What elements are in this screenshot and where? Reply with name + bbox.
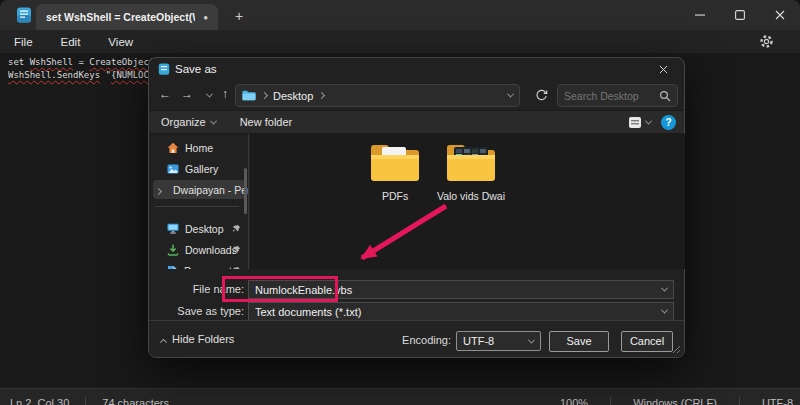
- help-button[interactable]: ?: [661, 115, 676, 130]
- forward-button[interactable]: →: [177, 83, 197, 106]
- maximize-button[interactable]: [720, 0, 760, 30]
- file-name-row: File name:: [149, 280, 684, 300]
- close-button[interactable]: [760, 0, 800, 30]
- statusbar: Ln 2, Col 30 74 characters 100% Windows …: [0, 388, 800, 405]
- expand-chevron-icon[interactable]: [156, 184, 161, 196]
- statusbar-right: 100% Windows (CRLF) UTF-8: [560, 397, 793, 405]
- code-token: =: [73, 57, 89, 67]
- code-token-misspelled: WshShell.SendKeys: [8, 70, 100, 80]
- minimize-button[interactable]: [680, 0, 720, 30]
- line-ending[interactable]: Windows (CRLF): [633, 397, 717, 405]
- gallery-icon: [167, 163, 179, 175]
- address-dropdown-icon[interactable]: [507, 91, 514, 98]
- encoding-status[interactable]: UTF-8: [762, 397, 793, 405]
- search-icon: [659, 90, 671, 102]
- notepad-app-icon: [16, 7, 32, 23]
- encoding-value: UTF-8: [463, 335, 529, 347]
- resize-grip[interactable]: [672, 345, 681, 354]
- statusbar-divider: [610, 397, 611, 405]
- cancel-button[interactable]: Cancel: [621, 331, 673, 352]
- breadcrumb-separator-icon: [318, 92, 325, 99]
- folder-tile-pdfs[interactable]: PDFs: [360, 139, 430, 202]
- encoding-label: Encoding:: [401, 334, 451, 346]
- cursor-position: Ln 2, Col 30: [10, 397, 69, 405]
- chevron-down-icon: [205, 91, 212, 98]
- maximize-icon: [735, 10, 745, 20]
- menu-file[interactable]: File: [0, 36, 47, 48]
- dialog-nav-row: ← → ↑ Desktop: [149, 83, 684, 108]
- view-mode-button[interactable]: [628, 116, 651, 129]
- notepad-titlebar: set WshShell = CreateObject(WScri ● +: [0, 0, 800, 30]
- tab-title: set WshShell = CreateObject(WScri: [46, 11, 195, 23]
- home-icon: [167, 142, 179, 154]
- menu-edit[interactable]: Edit: [47, 36, 95, 48]
- statusbar-left: Ln 2, Col 30 74 characters: [10, 397, 169, 405]
- dialog-body: Home Gallery Dwaipayan - Per Desktop: [149, 134, 684, 269]
- address-bar[interactable]: Desktop: [235, 84, 520, 107]
- save-type-select[interactable]: Text documents (*.txt): [248, 302, 674, 321]
- code-token-misspelled: CreateObject: [89, 57, 154, 67]
- sidebar-item-home[interactable]: Home: [153, 138, 245, 157]
- folder-tile-valo-vids[interactable]: Valo vids Dwai: [436, 139, 506, 202]
- save-type-value: Text documents (*.txt): [255, 306, 662, 318]
- zoom-level[interactable]: 100%: [560, 397, 588, 405]
- up-button[interactable]: ↑: [215, 83, 235, 106]
- encoding-select[interactable]: UTF-8: [456, 331, 541, 351]
- new-folder-button[interactable]: New folder: [228, 116, 305, 128]
- folder-name: Valo vids Dwai: [436, 190, 506, 202]
- view-mode-icon: [628, 116, 642, 129]
- downloads-icon: [167, 244, 179, 256]
- pin-icon: [232, 245, 241, 254]
- sidebar-item-documents[interactable]: Documents: [153, 261, 245, 269]
- folder-icon: [445, 139, 497, 183]
- dialog-sidebar: Home Gallery Dwaipayan - Per Desktop: [149, 134, 249, 269]
- menu-view[interactable]: View: [94, 36, 147, 48]
- chevron-down-icon[interactable]: [528, 336, 535, 343]
- statusbar-divider: [85, 397, 86, 405]
- sidebar-item-onedrive[interactable]: Dwaipayan - Per: [153, 180, 245, 199]
- save-type-label: Save as type:: [149, 305, 244, 317]
- tab-document[interactable]: set WshShell = CreateObject(WScri ●: [36, 4, 218, 30]
- dialog-close-button[interactable]: [650, 60, 676, 78]
- sidebar-item-label: Home: [185, 142, 213, 154]
- breadcrumb-separator-icon: [261, 92, 268, 99]
- breadcrumb-location[interactable]: Desktop: [273, 90, 313, 102]
- sidebar-item-downloads[interactable]: Downloads: [153, 240, 245, 259]
- desktop-icon: [167, 223, 179, 234]
- file-list-area[interactable]: PDFs Valo vids Dwai: [250, 134, 685, 269]
- search-input[interactable]: [564, 90, 659, 102]
- file-name-input[interactable]: [255, 284, 662, 296]
- notepad-icon: [158, 63, 170, 75]
- organize-label: Organize: [161, 116, 206, 128]
- dialog-toolbar: Organize New folder ?: [149, 110, 684, 134]
- chevron-down-icon[interactable]: [661, 285, 668, 292]
- statusbar-divider: [739, 397, 740, 405]
- close-icon: [775, 10, 785, 20]
- new-folder-label: New folder: [240, 116, 293, 128]
- sidebar-item-desktop[interactable]: Desktop: [153, 219, 245, 238]
- refresh-icon: [535, 89, 548, 102]
- save-as-dialog: Save as ← → ↑ Desktop: [148, 57, 685, 358]
- chevron-down-icon: [645, 117, 652, 124]
- sidebar-item-label: Documents: [184, 265, 237, 270]
- settings-gear-icon[interactable]: [759, 34, 774, 49]
- save-type-row: Save as type: Text documents (*.txt): [149, 302, 684, 322]
- window-controls: [680, 0, 800, 30]
- hide-folders-button[interactable]: Hide Folders: [161, 333, 234, 345]
- sidebar-item-label: Desktop: [185, 223, 224, 235]
- folder-small-icon: [242, 90, 256, 101]
- pin-icon: [232, 224, 241, 233]
- menubar: File Edit View: [0, 30, 800, 53]
- chevron-down-icon[interactable]: [661, 307, 668, 314]
- back-button[interactable]: ←: [155, 83, 175, 106]
- save-button[interactable]: Save: [549, 331, 609, 352]
- refresh-button[interactable]: [529, 84, 553, 107]
- sidebar-scrollbar[interactable]: [244, 168, 247, 214]
- sidebar-item-label: Dwaipayan - Per: [173, 184, 249, 196]
- file-name-combobox[interactable]: [248, 280, 674, 299]
- sidebar-item-gallery[interactable]: Gallery: [153, 159, 245, 178]
- search-box[interactable]: [557, 84, 678, 107]
- new-tab-button[interactable]: +: [228, 6, 250, 26]
- folder-name: PDFs: [360, 190, 430, 202]
- organize-button[interactable]: Organize: [149, 116, 228, 128]
